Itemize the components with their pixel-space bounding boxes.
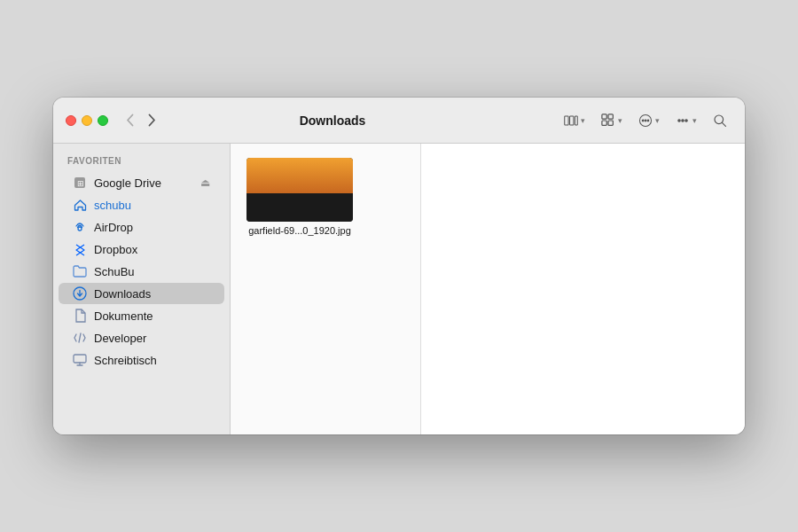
file-item-garfield[interactable]: garfield-69...0_1920.jpg	[238, 153, 362, 241]
file-name: garfield-69...0_1920.jpg	[248, 225, 351, 236]
sidebar-item-dropbox[interactable]: Dropbox	[59, 239, 224, 260]
developer-label: Developer	[94, 332, 146, 345]
sidebar-item-developer[interactable]: Developer	[59, 327, 224, 348]
column-view-button[interactable]: ▾	[559, 111, 591, 130]
svg-line-15	[722, 122, 725, 126]
svg-rect-4	[608, 113, 613, 118]
svg-point-10	[647, 120, 649, 121]
schreibtisch-icon	[73, 353, 87, 367]
close-button[interactable]	[66, 115, 76, 126]
sidebar-item-schubu[interactable]: schubu	[59, 194, 224, 215]
search-button[interactable]	[708, 111, 732, 130]
svg-rect-6	[608, 121, 613, 125]
folder-blue-icon	[73, 264, 87, 278]
google-drive-label: Google Drive	[94, 176, 161, 190]
maximize-button[interactable]	[98, 115, 108, 126]
grid-view-button[interactable]: ▾	[596, 111, 628, 130]
svg-rect-3	[602, 113, 606, 118]
svg-point-11	[678, 119, 680, 121]
airdrop-label: AirDrop	[94, 221, 133, 234]
traffic-lights	[66, 115, 108, 126]
main-content: Favoriten ⊞ Google Drive ⏏	[53, 144, 745, 434]
svg-rect-2	[575, 115, 577, 124]
svg-point-18	[78, 227, 82, 231]
svg-point-9	[645, 120, 646, 121]
svg-rect-1	[570, 115, 574, 124]
downloads-icon	[73, 286, 87, 301]
dokumente-label: Dokumente	[94, 309, 153, 323]
more-button[interactable]: ▾	[670, 111, 702, 130]
google-drive-icon: ⊞	[73, 176, 87, 190]
sidebar-item-downloads[interactable]: Downloads	[59, 283, 224, 304]
window-title: Downloads	[113, 113, 552, 128]
finder-window: Downloads ▾ ▾	[53, 98, 745, 434]
sidebar-section-label: Favoriten	[53, 153, 230, 171]
sidebar-item-airdrop[interactable]: AirDrop	[59, 216, 224, 238]
svg-rect-5	[602, 121, 606, 125]
document-icon	[73, 309, 87, 323]
action-button[interactable]: ▾	[633, 111, 665, 130]
schubu-label: schubu	[94, 199, 131, 212]
sidebar-item-dokumente[interactable]: Dokumente	[59, 305, 224, 326]
schubu2-label: SchuBu	[94, 265, 135, 278]
developer-icon	[73, 331, 87, 345]
dropbox-icon	[73, 242, 87, 256]
column-view-chevron: ▾	[581, 116, 585, 125]
grid-view-chevron: ▾	[618, 116, 622, 125]
svg-rect-20	[74, 355, 86, 363]
svg-point-8	[642, 120, 644, 121]
schreibtisch-label: Schreibtisch	[94, 354, 157, 367]
minimize-button[interactable]	[82, 115, 92, 126]
eject-icon[interactable]: ⏏	[200, 176, 210, 189]
home-icon	[73, 198, 87, 212]
svg-text:⊞: ⊞	[77, 179, 84, 188]
more-chevron: ▾	[692, 116, 697, 125]
sidebar: Favoriten ⊞ Google Drive ⏏	[53, 144, 231, 434]
action-chevron: ▾	[655, 116, 660, 125]
file-thumbnail	[246, 158, 353, 222]
svg-rect-0	[565, 115, 568, 124]
image-preview	[246, 158, 353, 222]
svg-point-13	[685, 119, 687, 121]
sidebar-item-schreibtisch[interactable]: Schreibtisch	[59, 349, 224, 371]
dropbox-label: Dropbox	[94, 243, 137, 256]
sidebar-item-schubu2[interactable]: SchuBu	[59, 261, 224, 282]
svg-point-12	[682, 119, 684, 121]
downloads-label: Downloads	[94, 287, 151, 301]
toolbar-right: ▾ ▾ ▾	[559, 111, 732, 130]
file-area-column2	[421, 144, 745, 434]
sidebar-item-google-drive[interactable]: ⊞ Google Drive ⏏	[59, 172, 224, 193]
airdrop-icon	[73, 220, 87, 234]
titlebar: Downloads ▾ ▾	[53, 98, 745, 144]
file-area-column1: garfield-69...0_1920.jpg	[231, 144, 421, 434]
